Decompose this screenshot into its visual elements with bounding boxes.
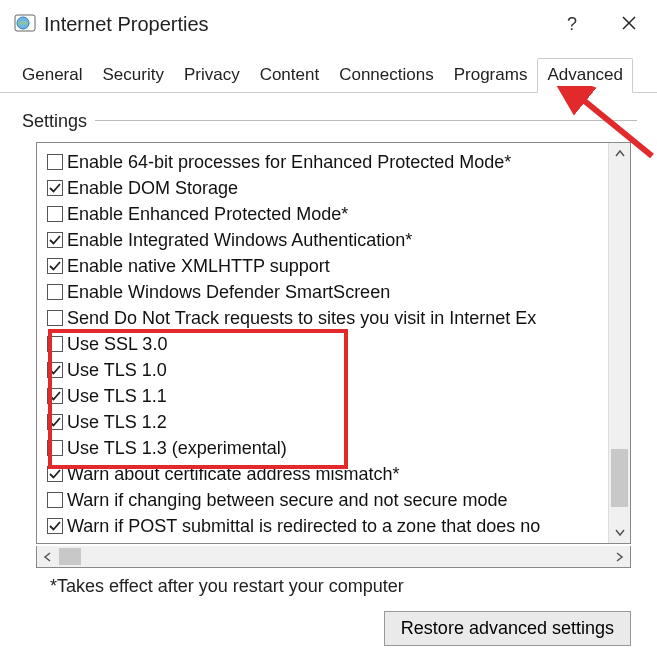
checkbox-unchecked-icon[interactable]	[47, 440, 63, 456]
setting-label: Use TLS 1.0	[67, 360, 167, 381]
setting-label: Enable native XMLHTTP support	[67, 256, 330, 277]
setting-label: Use SSL 3.0	[67, 334, 167, 355]
scroll-left-button[interactable]	[37, 546, 59, 567]
setting-label: Send Do Not Track requests to sites you …	[67, 308, 536, 329]
tab-general[interactable]: General	[12, 58, 92, 93]
setting-row[interactable]: Enable Integrated Windows Authentication…	[47, 227, 608, 253]
scrollbar-thumb-horizontal[interactable]	[59, 548, 81, 565]
tab-connections[interactable]: Connections	[329, 58, 444, 93]
titlebar: Internet Properties ?	[0, 0, 657, 44]
checkbox-unchecked-icon[interactable]	[47, 492, 63, 508]
setting-row[interactable]: Warn if changing between secure and not …	[47, 487, 608, 513]
internet-options-icon	[14, 13, 36, 35]
setting-row[interactable]: Enable Enhanced Protected Mode*	[47, 201, 608, 227]
scrollbar-horizontal[interactable]	[36, 546, 631, 568]
settings-scroll-area[interactable]: Enable 64-bit processes for Enhanced Pro…	[37, 143, 608, 543]
setting-row[interactable]: Warn if POST submittal is redirected to …	[47, 513, 608, 539]
scroll-up-button[interactable]	[609, 143, 630, 165]
settings-group: Settings	[22, 111, 637, 132]
close-button[interactable]	[615, 11, 643, 37]
tab-advanced[interactable]: Advanced	[537, 58, 633, 93]
scrollbar-h-track[interactable]	[59, 546, 608, 567]
checkbox-unchecked-icon[interactable]	[47, 284, 63, 300]
checkbox-unchecked-icon[interactable]	[47, 154, 63, 170]
restore-advanced-button[interactable]: Restore advanced settings	[384, 611, 631, 646]
setting-row[interactable]: Send Do Not Track requests to sites you …	[47, 305, 608, 331]
setting-label: Use TLS 1.1	[67, 386, 167, 407]
tab-bar: GeneralSecurityPrivacyContentConnections…	[0, 58, 657, 93]
setting-label: Use TLS 1.3 (experimental)	[67, 438, 287, 459]
scrollbar-vertical[interactable]	[608, 143, 630, 543]
settings-group-label: Settings	[22, 111, 95, 132]
setting-label: Warn if changing between secure and not …	[67, 490, 508, 511]
setting-label: Warn if POST submittal is redirected to …	[67, 516, 540, 537]
setting-row[interactable]: Use TLS 1.2	[47, 409, 608, 435]
setting-row[interactable]: Enable DOM Storage	[47, 175, 608, 201]
setting-row[interactable]: Warn about certificate address mismatch*	[47, 461, 608, 487]
tab-privacy[interactable]: Privacy	[174, 58, 250, 93]
checkbox-checked-icon[interactable]	[47, 414, 63, 430]
setting-label: Enable 64-bit processes for Enhanced Pro…	[67, 152, 511, 173]
tab-content[interactable]: Content	[250, 58, 330, 93]
setting-label: Enable DOM Storage	[67, 178, 238, 199]
setting-row[interactable]: Use TLS 1.1	[47, 383, 608, 409]
help-button[interactable]: ?	[567, 14, 577, 35]
checkbox-checked-icon[interactable]	[47, 388, 63, 404]
checkbox-checked-icon[interactable]	[47, 362, 63, 378]
setting-label: Enable Windows Defender SmartScreen	[67, 282, 390, 303]
setting-row[interactable]: Enable 64-bit processes for Enhanced Pro…	[47, 149, 608, 175]
setting-row[interactable]: Use TLS 1.0	[47, 357, 608, 383]
scroll-down-button[interactable]	[609, 521, 630, 543]
checkbox-unchecked-icon[interactable]	[47, 310, 63, 326]
setting-label: Enable Enhanced Protected Mode*	[67, 204, 348, 225]
checkbox-checked-icon[interactable]	[47, 466, 63, 482]
checkbox-unchecked-icon[interactable]	[47, 336, 63, 352]
scroll-right-button[interactable]	[608, 546, 630, 567]
setting-row[interactable]: Use SSL 3.0	[47, 331, 608, 357]
setting-row[interactable]: Enable Windows Defender SmartScreen	[47, 279, 608, 305]
setting-label: Enable Integrated Windows Authentication…	[67, 230, 412, 251]
checkbox-checked-icon[interactable]	[47, 232, 63, 248]
settings-listbox: Enable 64-bit processes for Enhanced Pro…	[36, 142, 631, 544]
setting-row[interactable]: Use TLS 1.3 (experimental)	[47, 435, 608, 461]
restart-footnote: *Takes effect after you restart your com…	[50, 576, 657, 597]
checkbox-checked-icon[interactable]	[47, 258, 63, 274]
setting-label: Use TLS 1.2	[67, 412, 167, 433]
scrollbar-thumb-vertical[interactable]	[611, 449, 628, 507]
tab-security[interactable]: Security	[92, 58, 173, 93]
checkbox-checked-icon[interactable]	[47, 518, 63, 534]
group-divider	[95, 120, 637, 121]
setting-label: Warn about certificate address mismatch*	[67, 464, 399, 485]
checkbox-unchecked-icon[interactable]	[47, 206, 63, 222]
window-title: Internet Properties	[44, 13, 567, 36]
tab-programs[interactable]: Programs	[444, 58, 538, 93]
checkbox-checked-icon[interactable]	[47, 180, 63, 196]
setting-row[interactable]: Enable native XMLHTTP support	[47, 253, 608, 279]
